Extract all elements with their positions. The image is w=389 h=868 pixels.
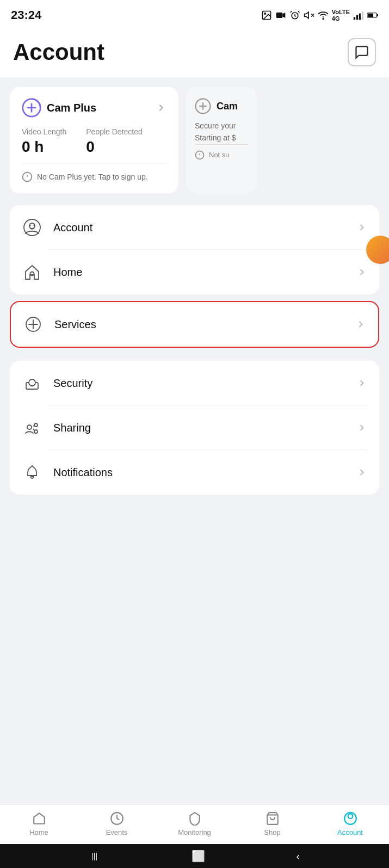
nav-shop[interactable]: Shop bbox=[233, 811, 311, 836]
services-menu-item[interactable]: Services bbox=[11, 302, 378, 347]
nav-account-label: Account bbox=[337, 828, 363, 836]
android-home-btn[interactable]: ⬜ bbox=[192, 849, 205, 863]
nav-home-icon bbox=[32, 811, 46, 826]
services-card: Services bbox=[10, 301, 379, 348]
notifications-icon bbox=[22, 462, 42, 483]
alarm-icon bbox=[289, 10, 300, 21]
svg-point-1 bbox=[264, 13, 266, 14]
account-chevron bbox=[356, 222, 367, 233]
svg-point-43 bbox=[27, 425, 32, 429]
notifications-menu-item[interactable]: Notifications bbox=[10, 450, 379, 495]
cam-partial-title: Cam bbox=[217, 101, 238, 112]
account-menu-item[interactable]: Account bbox=[10, 205, 379, 250]
svg-rect-16 bbox=[377, 14, 378, 16]
wifi-icon bbox=[318, 10, 329, 21]
svg-point-34 bbox=[24, 219, 40, 236]
cam-cards-area: Cam Plus Video Length 0 h People Detecte… bbox=[0, 77, 389, 199]
cam-partial-card[interactable]: Cam Secure your Starting at $ Not su bbox=[186, 87, 257, 193]
android-back-btn[interactable]: ‹ bbox=[296, 850, 300, 863]
status-time: 23:24 bbox=[11, 8, 41, 22]
cam-partial-line2: Starting at $ bbox=[195, 132, 248, 144]
android-nav-bar: ⫼ ⬜ ‹ bbox=[0, 844, 389, 868]
partial-notice: Not su bbox=[209, 151, 230, 159]
account-menu-label: Account bbox=[53, 221, 92, 234]
svg-line-47 bbox=[33, 429, 35, 431]
nav-home[interactable]: Home bbox=[0, 811, 78, 836]
services-label: Services bbox=[54, 318, 96, 331]
notifications-label: Notifications bbox=[53, 466, 113, 479]
sharing-label: Sharing bbox=[53, 422, 91, 434]
nav-monitoring[interactable]: Monitoring bbox=[156, 811, 233, 836]
nav-events-icon bbox=[110, 811, 124, 826]
svg-marker-3 bbox=[282, 13, 285, 18]
video-length-value: 0 h bbox=[22, 138, 66, 156]
cam-plus-chevron bbox=[156, 102, 166, 113]
cam-plus-title: Cam Plus bbox=[47, 102, 96, 114]
security-icon bbox=[22, 373, 42, 393]
video-length-label: Video Length bbox=[22, 127, 66, 136]
lower-menu-card: Security bbox=[10, 361, 379, 495]
svg-point-35 bbox=[29, 225, 31, 226]
svg-rect-13 bbox=[359, 14, 361, 20]
bottom-nav: Home Events Monitoring Shop Account bbox=[0, 804, 389, 844]
services-section: Services bbox=[0, 301, 389, 354]
nav-events[interactable]: Events bbox=[78, 811, 156, 836]
signal-icon bbox=[353, 10, 364, 21]
page-title: Account bbox=[13, 39, 104, 65]
nav-shop-icon bbox=[265, 811, 280, 826]
svg-line-5 bbox=[290, 11, 292, 13]
svg-point-41 bbox=[29, 379, 35, 386]
account-home-section: Account Home bbox=[0, 199, 389, 301]
chat-button[interactable] bbox=[348, 38, 376, 66]
people-detected-value: 0 bbox=[86, 138, 143, 156]
cam-plus-icon bbox=[22, 98, 41, 118]
home-icon bbox=[22, 262, 42, 282]
svg-rect-2 bbox=[276, 13, 282, 18]
android-recent-btn[interactable]: ⫼ bbox=[89, 850, 100, 863]
home-chevron bbox=[356, 267, 367, 278]
video-icon bbox=[275, 10, 286, 21]
nav-home-label: Home bbox=[29, 828, 48, 836]
network-label: VoLTE4G bbox=[332, 9, 350, 22]
svg-point-10 bbox=[323, 19, 324, 20]
cam-plus-card[interactable]: Cam Plus Video Length 0 h People Detecte… bbox=[10, 87, 178, 193]
svg-rect-12 bbox=[356, 15, 358, 20]
svg-point-44 bbox=[34, 423, 38, 427]
nav-monitoring-icon bbox=[188, 811, 202, 826]
svg-rect-17 bbox=[368, 14, 373, 17]
svg-marker-7 bbox=[304, 12, 308, 19]
svg-rect-11 bbox=[354, 17, 355, 20]
image-icon bbox=[261, 10, 272, 21]
services-icon bbox=[23, 314, 44, 335]
home-menu-item[interactable]: Home bbox=[10, 250, 379, 294]
nav-events-label: Events bbox=[106, 828, 128, 836]
sharing-menu-item[interactable]: Sharing bbox=[10, 405, 379, 450]
svg-line-45 bbox=[33, 426, 35, 426]
cam-partial-icon bbox=[195, 98, 211, 114]
services-chevron bbox=[355, 319, 366, 330]
nav-shop-label: Shop bbox=[264, 828, 280, 836]
nav-account-icon bbox=[343, 811, 357, 826]
chat-icon bbox=[354, 45, 369, 60]
nav-account[interactable]: Account bbox=[311, 811, 389, 836]
status-bar: 23:24 VoLTE4G bbox=[0, 0, 389, 28]
notice-icon bbox=[22, 171, 33, 182]
svg-point-52 bbox=[348, 814, 353, 818]
account-icon bbox=[22, 217, 42, 238]
sharing-chevron bbox=[356, 422, 367, 433]
header: Account bbox=[0, 28, 389, 77]
svg-point-36 bbox=[34, 225, 35, 226]
home-menu-label: Home bbox=[53, 266, 82, 279]
svg-line-6 bbox=[298, 11, 300, 13]
mute-icon bbox=[304, 10, 314, 21]
partial-notice-icon bbox=[195, 150, 205, 160]
security-menu-item[interactable]: Security bbox=[10, 361, 379, 405]
nav-monitoring-label: Monitoring bbox=[178, 828, 211, 836]
security-label: Security bbox=[53, 377, 92, 390]
security-chevron bbox=[356, 378, 367, 389]
cam-plus-notice-text: No Cam Plus yet. Tap to sign up. bbox=[37, 173, 148, 181]
status-icons: VoLTE4G bbox=[261, 9, 378, 22]
svg-point-42 bbox=[32, 385, 33, 387]
svg-rect-14 bbox=[362, 11, 363, 20]
lower-menu-section: Security bbox=[0, 354, 389, 501]
